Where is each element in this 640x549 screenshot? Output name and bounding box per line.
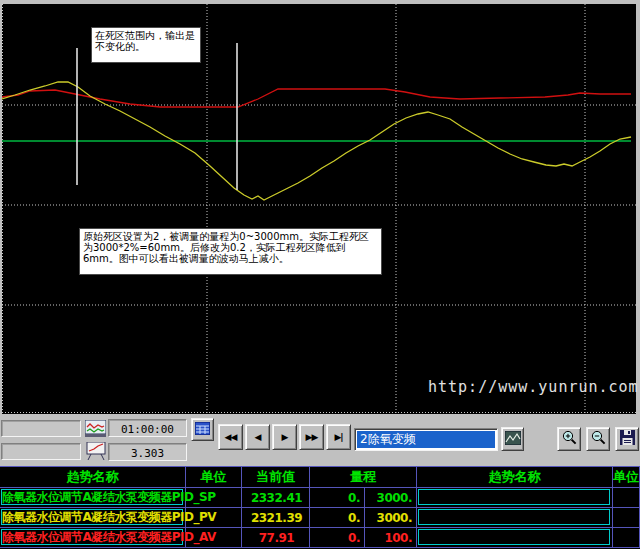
header-range: 量程 [310,467,417,488]
trend-name-cell: 除氧器水位调节A凝结水泵变频器PID_AV [0,528,186,548]
range-min-cell: 0. [310,488,365,508]
trend-group-select[interactable]: 2除氧变频 [354,428,498,451]
right-trend-name-cell [417,488,613,508]
table-row[interactable]: 除氧器水位调节A凝结水泵变频器PID_PV2321.390.3000. [0,508,640,528]
zoom-out-button[interactable] [586,427,610,451]
header-right-trend-name: 趋势名称 [417,467,613,488]
status-panel-1 [1,420,81,437]
trend-name-cell: 除氧器水位调节A凝结水泵变频器PID_PV [0,508,186,528]
keypad-icon [195,420,210,439]
board-chart-icon [85,442,107,465]
table-header-row: 趋势名称 单位 当前值 量程 趋势名称 单位 [0,467,640,488]
fast-forward-button[interactable]: ▶▶ [299,424,324,450]
current-value-cell: 2321.39 [242,508,310,528]
save-icon [620,430,635,449]
trend-curves-canvas [2,4,636,414]
status-panel-2 [1,443,81,460]
zoom-out-icon [590,429,607,450]
range-min-cell: 0. [310,508,365,528]
header-right-unit: 单位 [613,467,640,488]
toolbar: 01:00:00 3.303 [0,414,640,466]
trend-chart-icon [85,420,106,441]
speed-value-field[interactable]: 3.303 [108,443,187,461]
header-trend-name: 趋势名称 [0,467,186,488]
skip-to-end-button[interactable]: ▶| [326,424,351,450]
right-unit-cell [613,488,640,508]
trend-picture-button[interactable] [501,427,524,451]
keypad-button[interactable] [191,418,214,441]
time-span-field[interactable]: 01:00:00 [108,419,187,437]
table-row[interactable]: 除氧器水位调节A凝结水泵变频器PID_AV77.910.100. [0,528,640,548]
table-row[interactable]: 除氧器水位调节A凝结水泵变频器PID_SP2332.410.3000. [0,488,640,508]
trend-name-cell: 除氧器水位调节A凝结水泵变频器PID_SP [0,488,186,508]
trend-window: 在死区范围内，输出是不变化的。 原始死区设置为2，被调量的量程为0~3000mm… [0,0,640,549]
current-value-cell: 2332.41 [242,488,310,508]
range-max-cell: 3000. [365,508,417,528]
right-trend-name-cell [417,528,613,548]
playback-controls: ◀◀ ◀ ▶ ▶▶ ▶| [218,424,351,450]
save-button[interactable] [615,427,639,451]
range-min-cell: 0. [310,528,365,548]
curve-PID_AV [2,89,631,107]
rewind-button[interactable]: ◀◀ [218,424,243,450]
step-back-button[interactable]: ◀ [245,424,270,450]
trend-table: 趋势名称 单位 当前值 量程 趋势名称 单位 除氧器水位调节A凝结水泵变频器PI… [0,466,640,549]
deadband-detail-annotation: 原始死区设置为2，被调量的量程为0~3000mm。实际工程死区为3000*2%=… [79,228,382,275]
current-value-cell: 77.91 [242,528,310,548]
right-unit-cell [613,528,640,548]
right-trend-name-cell [417,508,613,528]
right-unit-cell [613,508,640,528]
range-max-cell: 100. [365,528,417,548]
header-unit: 单位 [186,467,242,488]
header-current-value: 当前值 [242,467,310,488]
trend-plot-area[interactable]: 在死区范围内，输出是不变化的。 原始死区设置为2，被调量的量程为0~3000mm… [2,4,636,414]
step-forward-button[interactable]: ▶ [272,424,297,450]
zoom-in-button[interactable] [557,427,581,451]
deadband-annotation: 在死区范围内，输出是不变化的。 [91,27,201,63]
picture-icon [505,430,521,449]
zoom-in-icon [561,429,578,450]
trend-group-selected-text: 2除氧变频 [357,431,495,448]
range-max-cell: 3000. [365,488,417,508]
watermark-url: http://www.yunrun.com.cn [428,378,640,396]
